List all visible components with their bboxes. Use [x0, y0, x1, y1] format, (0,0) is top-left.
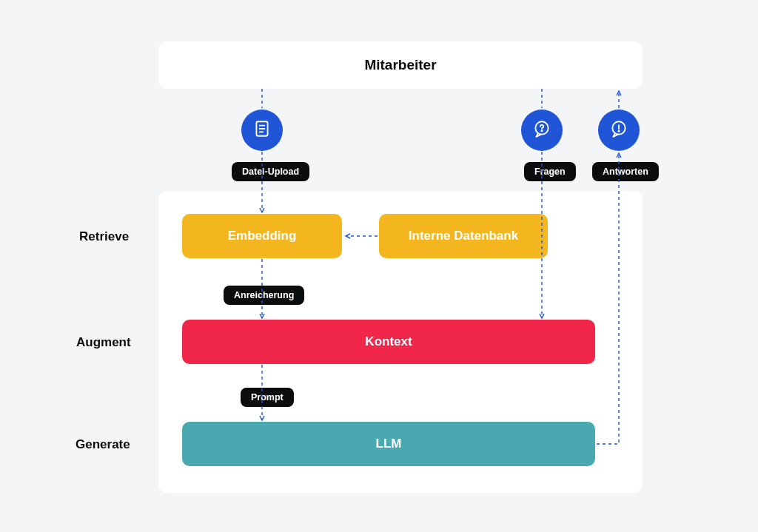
pill-anreicherung: Anreicherung — [224, 286, 304, 305]
pill-prompt: Prompt — [241, 388, 294, 407]
svg-point-8 — [618, 131, 619, 132]
upload-circle — [241, 110, 283, 151]
pill-fragen: Fragen — [524, 162, 576, 181]
pill-upload: Datei-Upload — [232, 162, 309, 181]
box-embedding: Embedding — [182, 214, 342, 258]
phase-label-augment: Augment — [76, 335, 131, 350]
phase-label-retrieve: Retrieve — [79, 229, 129, 244]
header-card: Mitarbeiter — [158, 41, 643, 89]
exclamation-bubble-icon — [609, 119, 628, 141]
document-icon — [252, 119, 272, 141]
phase-label-generate: Generate — [76, 437, 130, 452]
answer-circle — [598, 110, 640, 151]
box-kontext: Kontext — [182, 320, 595, 364]
pill-antworten: Antworten — [592, 162, 659, 181]
question-bubble-icon — [532, 119, 551, 141]
box-llm: LLM — [182, 422, 595, 466]
svg-point-5 — [541, 130, 542, 131]
question-circle — [521, 110, 563, 151]
box-internal-db: Interne Datenbank — [379, 214, 548, 258]
header-title: Mitarbeiter — [364, 57, 436, 73]
